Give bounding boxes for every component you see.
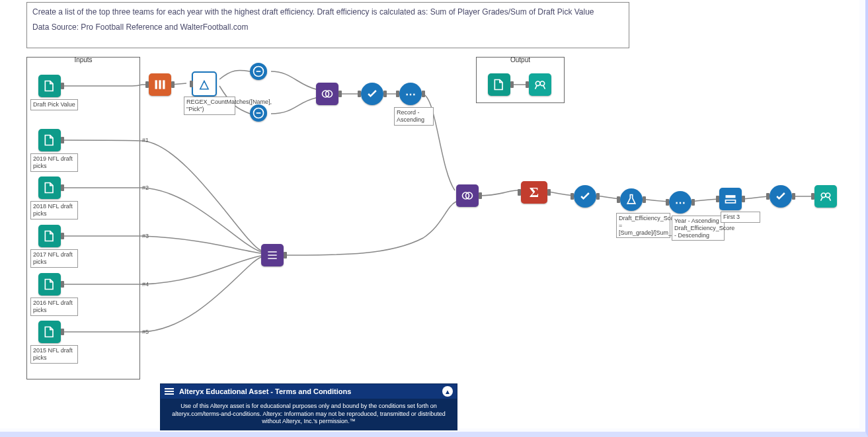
svg-point-7 <box>535 81 540 86</box>
terms-footer[interactable]: Alteryx Educational Asset - Terms and Co… <box>160 383 457 430</box>
input-data-tool-3[interactable] <box>38 225 61 247</box>
select-check-tool-3[interactable] <box>769 185 792 208</box>
comment-line2: Data Source: Pro Football Reference and … <box>32 22 623 33</box>
svg-rect-12 <box>726 200 736 203</box>
output-input-tool[interactable] <box>488 73 510 96</box>
record-id-icon: ⋯ <box>405 88 416 100</box>
formula-delta-icon: △ <box>200 77 209 91</box>
join-tool-1[interactable] <box>316 83 338 105</box>
input-3-label: 2017 NFL draft picks <box>30 249 78 268</box>
sample-annotation: First 3 <box>721 212 760 223</box>
formula-annotation: REGEX_CountMatches([Name], "Pick") <box>184 97 235 115</box>
sort-tool-2[interactable]: ⋯ <box>669 191 691 214</box>
footer-body: Use of this Alteryx asset is for educati… <box>161 399 457 430</box>
port-label-1: #1 <box>142 137 149 143</box>
chevron-up-icon: ▲ <box>444 388 451 395</box>
input-data-tool-4[interactable] <box>38 273 61 296</box>
footer-title: Alteryx Educational Asset - Terms and Co… <box>179 387 351 395</box>
record-id-tool[interactable]: ⋯ <box>399 83 422 105</box>
svg-rect-2 <box>163 80 165 89</box>
svg-point-13 <box>821 193 826 198</box>
port-label-4: #4 <box>142 281 149 288</box>
svg-rect-0 <box>155 80 157 89</box>
port-label-2: #2 <box>142 184 149 191</box>
formula-tool[interactable]: △ <box>192 71 217 97</box>
text-to-columns-tool[interactable] <box>149 73 171 96</box>
svg-point-14 <box>826 193 830 198</box>
flask-annotation: Draft_Efficiency_Score = [Sum_grade]/[Su… <box>616 213 670 238</box>
output-container-title: Output <box>477 56 564 63</box>
union-tool[interactable] <box>261 244 284 266</box>
recordid-annotation: Record - Ascending <box>394 107 434 126</box>
svg-point-8 <box>540 81 545 86</box>
header-comment[interactable]: Create a list of the top three teams for… <box>26 2 629 48</box>
sort2-annotation: Year - Ascending Draft_Efficiency_Score … <box>672 216 725 241</box>
port-label-5: #5 <box>142 329 149 335</box>
input-data-tool-0[interactable] <box>38 75 61 97</box>
svg-rect-1 <box>159 80 161 89</box>
select-check-tool-1[interactable] <box>361 83 383 105</box>
input-5-label: 2015 NFL draft picks <box>30 345 78 364</box>
join-tool-2[interactable] <box>456 184 479 207</box>
select-tool-bottom[interactable] <box>250 104 267 122</box>
sample-tool[interactable] <box>719 188 742 210</box>
input-4-label: 2016 NFL draft picks <box>30 298 78 316</box>
input-data-tool-5[interactable] <box>38 321 61 343</box>
input-1-label: 2019 NFL draft picks <box>30 153 78 172</box>
browse-tool-final[interactable] <box>814 185 837 208</box>
comment-line1: Create a list of the top three teams for… <box>32 7 623 18</box>
workflow-canvas[interactable]: Create a list of the top three teams for… <box>0 0 859 428</box>
sort-icon: ⋯ <box>675 196 686 209</box>
output-browse-tool[interactable] <box>529 73 551 96</box>
collapse-button[interactable]: ▲ <box>442 386 453 397</box>
menu-icon[interactable] <box>165 388 174 395</box>
select-tool-top[interactable] <box>250 63 267 80</box>
input-data-tool-2[interactable] <box>38 177 61 199</box>
sigma-icon: Σ <box>530 184 539 201</box>
formula-flask-tool[interactable] <box>620 188 643 211</box>
port-label-3: #3 <box>142 233 149 239</box>
svg-rect-11 <box>726 195 736 198</box>
input-2-label: 2018 NFL draft picks <box>30 201 78 219</box>
input-data-tool-1[interactable] <box>38 129 61 151</box>
summarize-tool[interactable]: Σ <box>521 181 547 204</box>
inputs-container-title: Inputs <box>27 56 139 63</box>
input-0-label: Draft Pick Value <box>30 99 78 110</box>
select-check-tool-2[interactable] <box>574 185 596 208</box>
